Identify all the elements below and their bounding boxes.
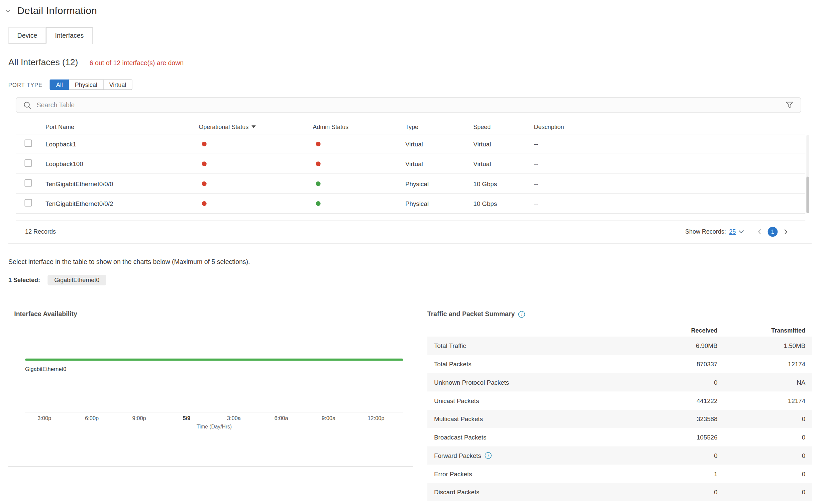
transmitted-value: 0 (718, 452, 806, 459)
table-bottom-edge (16, 214, 805, 221)
cell-type: Virtual (405, 160, 473, 167)
search-input[interactable] (36, 101, 785, 109)
collapse-chevron-icon[interactable] (5, 9, 11, 13)
received-value: 323588 (629, 415, 718, 422)
cell-description: -- (534, 160, 806, 167)
table-search-bar (16, 97, 801, 113)
cell-speed: 10 Gbps (473, 180, 534, 187)
admin-status-dot (316, 161, 321, 166)
column-description[interactable]: Description (534, 124, 806, 130)
row-checkbox[interactable] (24, 179, 32, 186)
table-row-tengig-0-0-0[interactable]: TenGigabitEthernet0/0/0 Physical 10 Gbps… (16, 174, 805, 194)
record-count: 12 Records (25, 228, 56, 235)
cell-speed: Virtual (473, 140, 534, 148)
summary-row-discard-packets: Discard Packets 0 0 (427, 483, 812, 501)
interfaces-down-warning: 6 out of 12 interface(s) are down (90, 59, 184, 67)
admin-status-dot (316, 141, 321, 146)
sort-desc-icon (252, 125, 256, 128)
x-tick: 12:00p (368, 415, 384, 421)
operational-status-dot (202, 161, 207, 166)
info-icon[interactable]: i (518, 311, 525, 318)
current-page-badge[interactable]: 1 (768, 227, 778, 237)
summary-row-multicast-packets: Multicast Packets 323588 0 (427, 410, 812, 428)
cell-operational-status (199, 200, 313, 207)
summary-row-total-traffic: Total Traffic 6.90MB 1.50MB (427, 337, 812, 355)
cell-speed: 10 Gbps (473, 200, 534, 207)
row-checkbox[interactable] (24, 140, 32, 147)
column-speed[interactable]: Speed (473, 124, 534, 130)
port-type-physical-button[interactable]: Physical (69, 80, 104, 90)
section-divider (8, 243, 812, 244)
cell-operational-status (199, 180, 313, 187)
summary-row-unknown-protocol-packets: Unknown Protocol Packets 0 NA (427, 373, 812, 392)
table-row-tengig-0-0-2[interactable]: TenGigabitEthernet0/0/2 Physical 10 Gbps… (16, 194, 805, 214)
traffic-summary-title: Traffic and Packet Summary (427, 310, 515, 318)
availability-series-label: GigabitEthernet0 (25, 366, 66, 372)
table-row-loopback100[interactable]: Loopback100 Virtual Virtual -- (16, 154, 805, 174)
operational-status-dot (202, 181, 207, 186)
x-tick: 3:00p (37, 415, 51, 421)
admin-status-dot (316, 181, 321, 186)
previous-page-icon[interactable] (755, 229, 765, 234)
operational-status-dot (202, 141, 207, 146)
row-checkbox[interactable] (24, 199, 32, 207)
port-type-segmented-control: All Physical Virtual (50, 80, 132, 90)
next-page-icon[interactable] (781, 229, 791, 234)
cell-operational-status (199, 160, 313, 167)
show-records-chevron-icon[interactable] (738, 230, 744, 233)
received-value: 6.90MB (629, 342, 718, 349)
cell-admin-status (313, 160, 405, 167)
page-header: Detail Information (0, 0, 820, 17)
availability-plot-area: GigabitEthernet0 (25, 331, 403, 412)
column-operational-status[interactable]: Operational Status (199, 124, 313, 130)
cell-description: -- (534, 200, 806, 207)
cell-type: Physical (405, 180, 473, 187)
selection-hint: Select interface in the table to show on… (8, 258, 812, 266)
selected-interfaces: 1 Selected: GigabitEthernet0 (8, 275, 812, 285)
tab-interfaces[interactable]: Interfaces (46, 27, 93, 44)
transmitted-value: 0 (718, 415, 806, 422)
port-type-all-button[interactable]: All (50, 80, 69, 90)
transmitted-value: 12174 (718, 360, 806, 368)
table-row-loopback1[interactable]: Loopback1 Virtual Virtual -- (16, 134, 805, 154)
selected-count-label: 1 Selected: (8, 277, 40, 283)
column-type[interactable]: Type (405, 124, 473, 130)
table-scrollbar-thumb[interactable] (806, 177, 809, 213)
show-records-dropdown[interactable]: 25 (729, 228, 736, 235)
x-tick: 9:00p (132, 415, 146, 421)
pagination: 1 (755, 227, 791, 237)
summary-row-total-packets: Total Packets 870337 12174 (427, 355, 812, 373)
transmitted-value: 0 (718, 488, 806, 496)
port-type-virtual-button[interactable]: Virtual (103, 80, 132, 90)
availability-series-line (25, 359, 403, 361)
interfaces-table: Port Name Operational Status Admin Statu… (16, 120, 805, 221)
column-transmitted: Transmitted (718, 327, 806, 334)
cell-operational-status (199, 140, 313, 148)
cell-description: -- (534, 140, 806, 148)
interface-availability-panel: Interface Availability GigabitEthernet0 … (8, 307, 413, 467)
transmitted-value: 0 (718, 433, 806, 441)
row-checkbox[interactable] (24, 159, 32, 167)
received-value: 870337 (629, 360, 718, 368)
info-icon[interactable]: i (485, 452, 492, 459)
cell-port-name: Loopback100 (45, 160, 199, 167)
filter-icon[interactable] (786, 101, 793, 109)
summary-table: Total Traffic 6.90MB 1.50MB Total Packet… (427, 337, 812, 501)
availability-chart-title: Interface Availability (14, 310, 413, 318)
search-icon (23, 101, 31, 109)
page-title: Detail Information (17, 5, 97, 17)
transmitted-value: 0 (718, 470, 806, 478)
cell-admin-status (313, 140, 405, 148)
tab-device[interactable]: Device (8, 27, 46, 44)
x-axis-label: Time (Day/Hrs) (25, 424, 403, 429)
received-value: 0 (629, 488, 718, 496)
port-type-label: PORT TYPE (8, 82, 42, 88)
column-admin-status[interactable]: Admin Status (313, 124, 405, 130)
column-port-name[interactable]: Port Name (45, 124, 199, 130)
selected-interface-chip[interactable]: GigabitEthernet0 (47, 275, 106, 285)
operational-status-dot (202, 201, 207, 206)
availability-x-axis: 3:00p 6:00p 9:00p 5/9 3:00a 6:00a 9:00a … (25, 412, 403, 422)
cell-type: Physical (405, 200, 473, 207)
summary-row-unicast-packets: Unicast Packets 441222 12174 (427, 391, 812, 410)
cell-admin-status (313, 200, 405, 207)
